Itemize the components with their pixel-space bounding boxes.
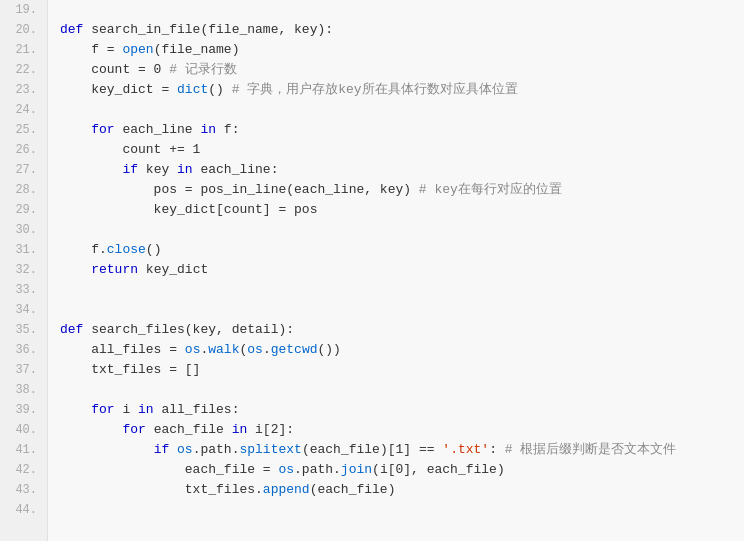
code-line: all_files = os.walk(os.getcwd()) [60, 340, 744, 360]
line-number: 34. [10, 300, 37, 320]
code-line [60, 300, 744, 320]
code-line: count = 0 # 记录行数 [60, 60, 744, 80]
code-line: for each_line in f: [60, 120, 744, 140]
code-line: txt_files.append(each_file) [60, 480, 744, 500]
code-line: pos = pos_in_line(each_line, key) # key在… [60, 180, 744, 200]
code-line [60, 100, 744, 120]
line-number: 19. [10, 0, 37, 20]
code-line: txt_files = [] [60, 360, 744, 380]
code-line: each_file = os.path.join(i[0], each_file… [60, 460, 744, 480]
line-number: 44. [10, 500, 37, 520]
code-line: if key in each_line: [60, 160, 744, 180]
code-line [60, 380, 744, 400]
code-line [60, 280, 744, 300]
line-number: 38. [10, 380, 37, 400]
code-line: def search_in_file(file_name, key): [60, 20, 744, 40]
code-line: def search_files(key, detail): [60, 320, 744, 340]
code-line [60, 0, 744, 20]
line-number: 39. [10, 400, 37, 420]
code-line [60, 220, 744, 240]
code-line: if os.path.splitext(each_file)[1] == '.t… [60, 440, 744, 460]
line-number: 37. [10, 360, 37, 380]
code-line: f.close() [60, 240, 744, 260]
line-number: 27. [10, 160, 37, 180]
code-line: for i in all_files: [60, 400, 744, 420]
code-line: f = open(file_name) [60, 40, 744, 60]
code-editor: 19.20.21.22.23.24.25.26.27.28.29.30.31.3… [0, 0, 744, 541]
line-number: 33. [10, 280, 37, 300]
line-number: 30. [10, 220, 37, 240]
line-number: 24. [10, 100, 37, 120]
line-number: 41. [10, 440, 37, 460]
line-number: 31. [10, 240, 37, 260]
line-numbers: 19.20.21.22.23.24.25.26.27.28.29.30.31.3… [0, 0, 48, 541]
code-line: for each_file in i[2]: [60, 420, 744, 440]
line-number: 40. [10, 420, 37, 440]
line-number: 28. [10, 180, 37, 200]
line-number: 21. [10, 40, 37, 60]
line-number: 29. [10, 200, 37, 220]
line-number: 42. [10, 460, 37, 480]
line-number: 32. [10, 260, 37, 280]
code-line [60, 500, 744, 520]
code-line: count += 1 [60, 140, 744, 160]
line-number: 35. [10, 320, 37, 340]
code-line: key_dict = dict() # 字典，用户存放key所在具体行数对应具体… [60, 80, 744, 100]
code-line: return key_dict [60, 260, 744, 280]
line-number: 26. [10, 140, 37, 160]
line-number: 20. [10, 20, 37, 40]
line-number: 43. [10, 480, 37, 500]
code-line: key_dict[count] = pos [60, 200, 744, 220]
line-number: 22. [10, 60, 37, 80]
line-number: 25. [10, 120, 37, 140]
code-content: def search_in_file(file_name, key): f = … [48, 0, 744, 541]
line-number: 36. [10, 340, 37, 360]
line-number: 23. [10, 80, 37, 100]
